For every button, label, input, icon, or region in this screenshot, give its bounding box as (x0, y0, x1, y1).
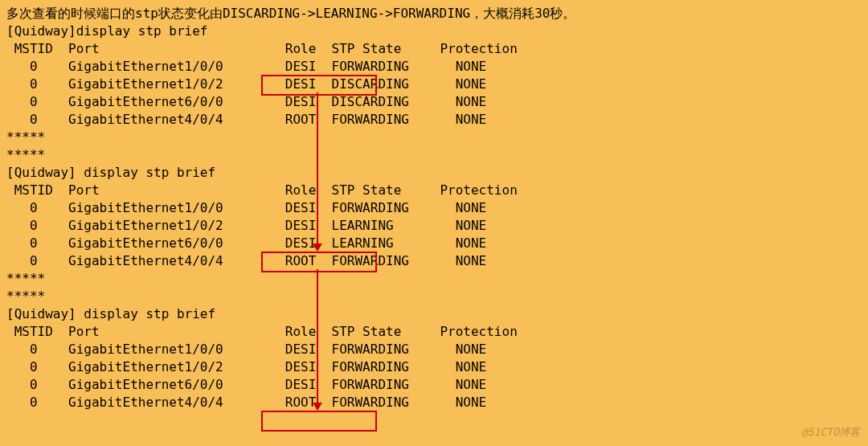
cmd-line: [Quidway] display stp brief (6, 305, 862, 323)
intro-text: 多次查看的时候端口的stp状态变化由DISCARDING->LEARNING->… (6, 5, 862, 23)
cmd-line: [Quidway]display stp brief (6, 23, 862, 40)
separator: ***** (6, 288, 862, 305)
separator: ***** (6, 129, 862, 146)
table-header: MSTID Port Role STP State Protection (6, 323, 862, 341)
table-row: 0 GigabitEthernet4/0/4 ROOT FORWARDING N… (6, 252, 862, 270)
table-row: 0 GigabitEthernet1/0/0 DESI FORWARDING N… (6, 58, 862, 76)
table-row: 0 GigabitEthernet6/0/0 DESI FORWARDING N… (6, 376, 862, 394)
separator: ***** (6, 146, 862, 164)
table-row: 0 GigabitEthernet1/0/2 DESI DISCARDING N… (6, 76, 862, 93)
cmd-line: [Quidway] display stp brief (6, 164, 862, 182)
table-row: 0 GigabitEthernet1/0/2 DESI FORWARDING N… (6, 358, 862, 376)
terminal-output: 多次查看的时候端口的stp状态变化由DISCARDING->LEARNING->… (0, 0, 868, 416)
table-row: 0 GigabitEthernet1/0/0 DESI FORWARDING N… (6, 341, 862, 358)
table-row: 0 GigabitEthernet6/0/0 DESI LEARNING NON… (6, 235, 862, 252)
table-row: 0 GigabitEthernet1/0/2 DESI LEARNING NON… (6, 217, 862, 235)
table-header: MSTID Port Role STP State Protection (6, 40, 862, 58)
table-row: 0 GigabitEthernet1/0/0 DESI FORWARDING N… (6, 199, 862, 217)
table-row: 0 GigabitEthernet4/0/4 ROOT FORWARDING N… (6, 394, 862, 411)
table-row: 0 GigabitEthernet6/0/0 DESI DISCARDING N… (6, 93, 862, 111)
separator: ***** (6, 270, 862, 288)
watermark: @51CTO博客 (801, 423, 860, 441)
table-row: 0 GigabitEthernet4/0/4 ROOT FORWARDING N… (6, 111, 862, 129)
table-header: MSTID Port Role STP State Protection (6, 182, 862, 199)
